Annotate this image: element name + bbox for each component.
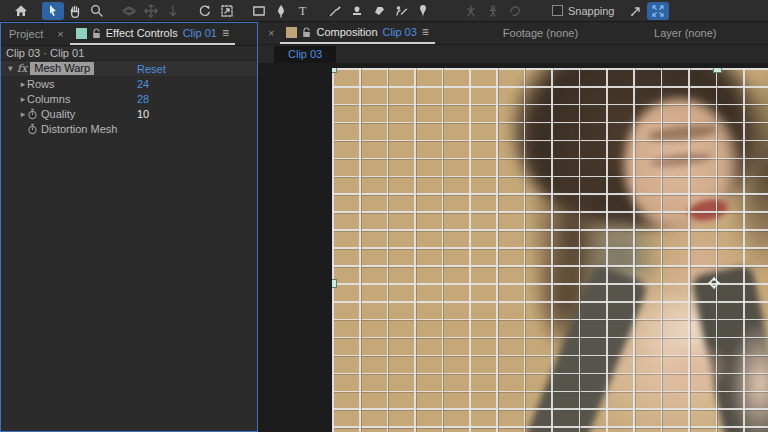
dolly-camera-tool-icon (162, 2, 184, 20)
right-panel-tabstrip: × Composition Clip 03 ≡ Footage (none) L… (258, 22, 768, 45)
mesh-warp-grid[interactable] (332, 68, 768, 432)
tab-effect-controls-label: Effect Controls (106, 27, 178, 39)
pan-camera-tool-icon (140, 2, 162, 20)
home-icon[interactable] (10, 2, 32, 20)
prop-row-rows[interactable]: ▸ Rows 24 (1, 76, 257, 91)
stopwatch-icon[interactable] (27, 108, 38, 120)
effect-controls-panel: Project × Effect Controls Clip 01 ≡ Clip… (0, 22, 258, 432)
twirl-right-icon[interactable]: ▸ (19, 94, 27, 104)
reset-link[interactable]: Reset (137, 63, 166, 75)
prop-label: Quality (41, 108, 75, 120)
twirl-right-icon[interactable]: ▸ (19, 79, 27, 89)
twirl-right-icon[interactable]: ▸ (19, 109, 27, 119)
stopwatch-icon[interactable] (27, 123, 38, 135)
label-color-chip (76, 28, 87, 39)
pen-tool-icon[interactable] (270, 2, 292, 20)
layer-handle-top-center[interactable] (713, 68, 722, 73)
expand-mesh-icon[interactable] (647, 2, 669, 20)
tab-layer[interactable]: Layer (none) (646, 27, 724, 39)
hand-tool-icon[interactable] (64, 2, 86, 20)
snapping-label: Snapping (568, 5, 615, 17)
tab-composition-label: Composition (316, 26, 377, 38)
prop-row-columns[interactable]: ▸ Columns 28 (1, 91, 257, 106)
svg-text:T: T (299, 4, 307, 18)
snapping-checkbox[interactable] (552, 5, 563, 16)
layer-handle-mid-left[interactable] (332, 279, 337, 288)
effect-header-row[interactable]: ▸ fx Mesh Warp Reset (1, 61, 257, 76)
prop-label: Distortion Mesh (41, 123, 117, 135)
panel-menu-icon[interactable]: ≡ (222, 26, 229, 40)
twirl-down-icon[interactable]: ▸ (6, 65, 16, 73)
tab-composition-target: Clip 03 (383, 26, 417, 38)
fx-badge-icon: fx (17, 62, 27, 75)
left-panel-tabstrip: Project × Effect Controls Clip 01 ≡ (1, 23, 257, 46)
prop-label: Rows (27, 78, 55, 90)
zoom-tool-icon[interactable] (86, 2, 108, 20)
clone-stamp-tool-icon[interactable] (346, 2, 368, 20)
prop-value[interactable]: 28 (137, 93, 149, 105)
tab-effect-controls-target: Clip 01 (183, 27, 217, 39)
prop-row-distortion-mesh[interactable]: Distortion Mesh (1, 121, 257, 136)
toolbar: T Snapping (0, 0, 768, 22)
composition-frame[interactable] (332, 68, 768, 432)
comp-color-chip (286, 27, 297, 38)
puppet-overlap-pin-tool-icon (504, 2, 526, 20)
breadcrumb: Clip 03 · Clip 01 (1, 46, 257, 61)
viewer-subtabs: Clip 03 (258, 45, 768, 63)
tab-close-icon[interactable]: × (262, 27, 280, 39)
type-tool-icon[interactable]: T (292, 2, 314, 20)
prop-value[interactable]: 24 (137, 78, 149, 90)
eraser-tool-icon[interactable] (368, 2, 390, 20)
tab-project[interactable]: Project (1, 28, 51, 40)
rectangle-tool-icon[interactable] (248, 2, 270, 20)
composition-viewer[interactable] (258, 63, 768, 432)
viewer-tab-clip-03[interactable]: Clip 03 (274, 46, 336, 63)
prop-label: Columns (27, 93, 70, 105)
brush-tool-icon[interactable] (324, 2, 346, 20)
orbit-camera-tool-icon (118, 2, 140, 20)
tab-close-icon[interactable]: × (51, 28, 69, 40)
layer-handle-top-left[interactable] (332, 68, 337, 73)
layer-anchor-point[interactable] (706, 275, 722, 291)
tab-footage[interactable]: Footage (none) (495, 27, 586, 39)
puppet-pin-tool-icon[interactable] (412, 2, 434, 20)
selection-tool-icon[interactable] (42, 2, 64, 20)
roto-brush-tool-icon[interactable] (390, 2, 412, 20)
shape-cursor-icon[interactable] (625, 2, 647, 20)
puppet-bend-pin-tool-icon (460, 2, 482, 20)
pan-behind-anchor-tool-icon[interactable] (216, 2, 238, 20)
effect-name[interactable]: Mesh Warp (30, 62, 94, 75)
lock-icon[interactable] (92, 28, 101, 39)
tab-effect-controls[interactable]: Effect Controls Clip 01 ≡ (70, 23, 235, 45)
twirl-spacer (19, 124, 27, 134)
rotation-tool-icon[interactable] (194, 2, 216, 20)
puppet-advanced-pin-tool-icon (482, 2, 504, 20)
prop-value[interactable]: 10 (137, 108, 149, 120)
prop-row-quality[interactable]: ▸ Quality 10 (1, 106, 257, 121)
composition-panel: × Composition Clip 03 ≡ Footage (none) L… (258, 22, 768, 432)
lock-icon[interactable] (302, 27, 311, 38)
panel-menu-icon[interactable]: ≡ (422, 25, 429, 39)
snapping-control[interactable]: Snapping (552, 5, 615, 17)
after-effects-window: T Snapping (0, 0, 768, 432)
tab-composition[interactable]: Composition Clip 03 ≡ (280, 22, 434, 44)
